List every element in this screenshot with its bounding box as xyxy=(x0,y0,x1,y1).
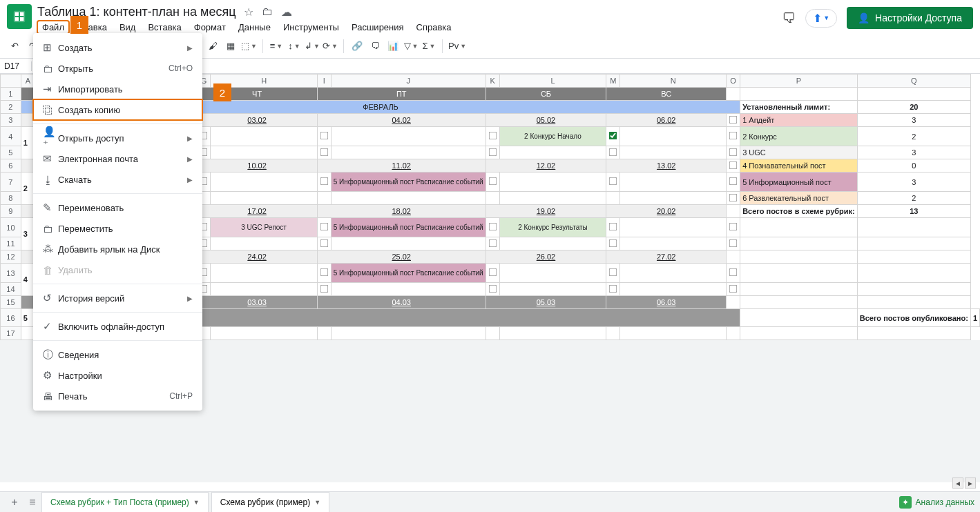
link-button[interactable]: 🔗 xyxy=(349,38,365,55)
functions-button[interactable]: Σ▼ xyxy=(421,38,436,55)
menu-format[interactable]: Формат xyxy=(189,21,231,34)
row-5[interactable]: 5 xyxy=(1,146,21,159)
file-menu-создать-копию[interactable]: ⿻Создать копию xyxy=(33,99,202,120)
sheet-list-button[interactable]: ≡ xyxy=(23,496,41,509)
cb[interactable] xyxy=(320,268,328,277)
cb[interactable] xyxy=(488,268,497,277)
col-K[interactable]: K xyxy=(486,75,499,88)
valign-button[interactable]: ↕▼ xyxy=(287,38,302,55)
sheet-tab-1[interactable]: Схема рубрик + Тип Поста (пример)▼ xyxy=(41,492,209,513)
doc-title[interactable]: Таблица 1: контент-план на месяц xyxy=(37,5,236,19)
row-9[interactable]: 9 xyxy=(1,205,21,218)
scroll-left-button[interactable]: ◄ xyxy=(952,477,963,489)
row-3[interactable]: 3 xyxy=(1,114,21,127)
cb[interactable] xyxy=(609,177,617,186)
row-8[interactable]: 8 xyxy=(1,192,21,205)
cb[interactable] xyxy=(320,223,328,231)
col-P[interactable]: P xyxy=(740,75,858,88)
row-12[interactable]: 12 xyxy=(1,250,21,264)
cb[interactable] xyxy=(729,239,738,247)
pv-button[interactable]: Pv▼ xyxy=(448,38,466,55)
cloud-icon[interactable]: ☁ xyxy=(281,6,292,19)
add-sheet-button[interactable]: + xyxy=(6,496,23,509)
file-menu-включить-офлайн-доступ[interactable]: ✓Включить офлайн-доступ xyxy=(33,316,202,337)
cb[interactable] xyxy=(320,284,328,293)
cb[interactable] xyxy=(609,148,617,156)
menu-insert[interactable]: Вставка xyxy=(143,21,186,34)
cb[interactable] xyxy=(320,177,328,186)
select-all[interactable] xyxy=(1,75,21,88)
rotate-button[interactable]: ⟳▼ xyxy=(323,38,338,55)
file-menu-скачать[interactable]: ⭳Скачать▶ xyxy=(33,169,202,190)
cb-checked[interactable] xyxy=(609,132,617,140)
menu-tools[interactable]: Инструменты xyxy=(278,21,344,34)
cb[interactable] xyxy=(320,239,328,247)
row-15[interactable]: 15 xyxy=(1,296,21,309)
file-menu-импортировать[interactable]: ⇥Импортировать xyxy=(33,79,202,99)
row-11[interactable]: 11 xyxy=(1,237,21,250)
file-menu-добавить-ярлык-на-диск[interactable]: ⁂Добавить ярлык на Диск xyxy=(33,239,202,259)
file-menu-открыть-доступ[interactable]: 👤⁺Открыть доступ▶ xyxy=(33,128,202,148)
cb[interactable] xyxy=(488,239,497,247)
cb[interactable] xyxy=(320,132,328,140)
col-I[interactable]: I xyxy=(317,75,331,88)
cb[interactable] xyxy=(488,284,497,293)
comments-icon[interactable]: 🗨 xyxy=(782,10,796,26)
menu-help[interactable]: Справка xyxy=(412,21,457,34)
col-M[interactable]: M xyxy=(606,75,620,88)
share-button[interactable]: 👤 Настройки Доступа xyxy=(847,7,973,29)
file-menu-настройки[interactable]: ⚙Настройки xyxy=(33,365,202,386)
history-button[interactable]: ⬆▼ xyxy=(805,9,837,28)
cb[interactable] xyxy=(609,239,617,247)
row-10[interactable]: 10 xyxy=(1,218,21,237)
cb[interactable] xyxy=(729,268,738,277)
comment-button[interactable]: 🗨 xyxy=(367,38,383,55)
row-13[interactable]: 13 xyxy=(1,264,21,283)
cb[interactable] xyxy=(488,148,497,156)
file-menu-электронная-почта[interactable]: ✉Электронная почта▶ xyxy=(33,148,202,169)
move-icon[interactable]: 🗀 xyxy=(262,6,273,19)
row-16[interactable]: 16 xyxy=(1,309,21,327)
cb[interactable] xyxy=(729,161,738,169)
menu-file[interactable]: Файл xyxy=(37,21,69,34)
col-J[interactable]: J xyxy=(331,75,486,88)
cb[interactable] xyxy=(729,177,738,186)
row-17[interactable]: 17 xyxy=(1,327,21,340)
col-N[interactable]: N xyxy=(620,75,727,88)
row-1[interactable]: 1 xyxy=(1,88,21,101)
col-O[interactable]: O xyxy=(727,75,740,88)
cb[interactable] xyxy=(729,148,738,156)
menu-data[interactable]: Данные xyxy=(233,21,276,34)
file-menu-создать[interactable]: ⊞Создать▶ xyxy=(33,37,202,58)
row-7[interactable]: 7 xyxy=(1,173,21,192)
menu-ext[interactable]: Расширения xyxy=(347,21,409,34)
chart-button[interactable]: 📊 xyxy=(385,38,401,55)
row-14[interactable]: 14 xyxy=(1,283,21,296)
file-menu-открыть[interactable]: 🗀ОткрытьCtrl+O xyxy=(33,58,202,79)
star-icon[interactable]: ☆ xyxy=(244,6,253,19)
cb[interactable] xyxy=(609,268,617,277)
cb[interactable] xyxy=(488,223,497,231)
scroll-right-button[interactable]: ► xyxy=(965,477,976,489)
undo-button[interactable]: ↶ xyxy=(7,38,22,55)
col-Q[interactable]: Q xyxy=(857,75,970,88)
halign-button[interactable]: ≡▼ xyxy=(269,38,284,55)
filter-button[interactable]: ▽▼ xyxy=(403,38,419,55)
file-menu-сведения[interactable]: ⓘСведения xyxy=(33,344,202,365)
row-6[interactable]: 6 xyxy=(1,159,21,173)
sheet-tab-2[interactable]: Схема рубрик (пример)▼ xyxy=(211,492,329,513)
sheets-logo[interactable] xyxy=(7,4,32,29)
cb[interactable] xyxy=(609,284,617,293)
cb[interactable] xyxy=(729,193,738,201)
menu-view[interactable]: Вид xyxy=(115,21,141,34)
sum1-cb[interactable] xyxy=(729,115,738,124)
explore-button[interactable]: ✦ Анализ данных xyxy=(899,496,974,509)
cb[interactable] xyxy=(320,148,328,156)
borders-button[interactable]: ▦ xyxy=(223,38,238,55)
wrap-button[interactable]: ↲▼ xyxy=(305,38,320,55)
cb[interactable] xyxy=(609,223,617,231)
cb[interactable] xyxy=(729,132,738,140)
col-L[interactable]: L xyxy=(499,75,606,88)
row-2[interactable]: 2 xyxy=(1,101,21,114)
file-menu-история-версий[interactable]: ↺История версий▶ xyxy=(33,288,202,308)
